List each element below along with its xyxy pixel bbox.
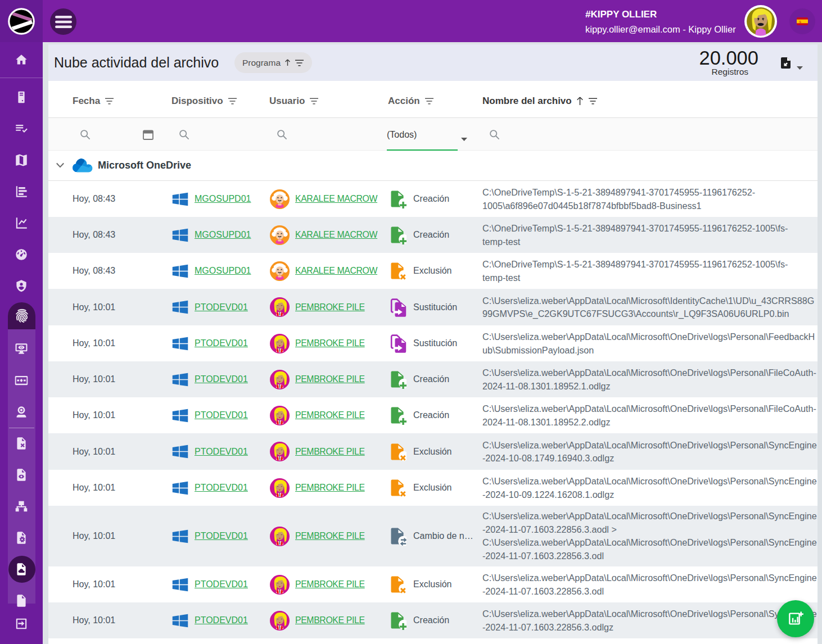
svg-text:S: S [799, 20, 801, 24]
